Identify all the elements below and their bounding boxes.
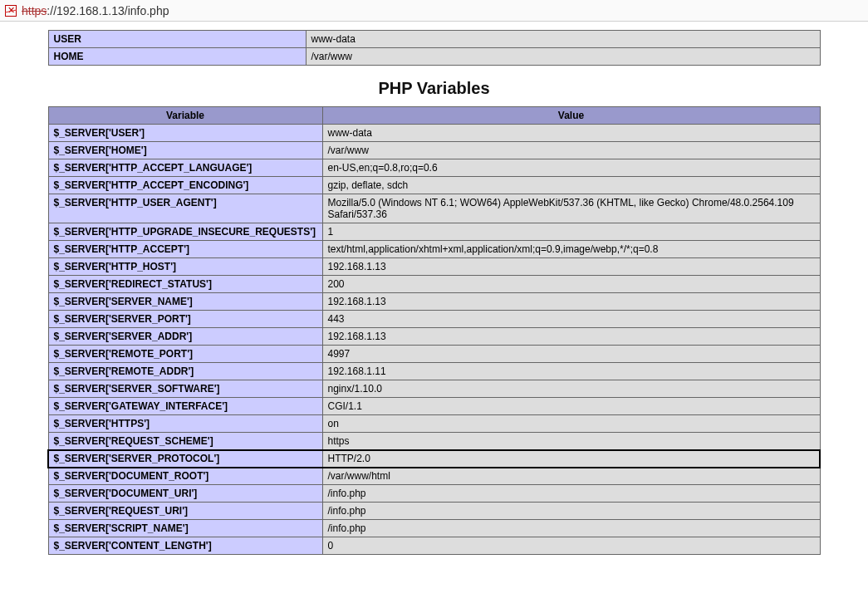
address-bar[interactable]: ✕ https://192.168.1.13/info.php [0, 0, 868, 22]
var-value: 200 [322, 276, 820, 293]
var-name: $_SERVER['SERVER_ADDR'] [48, 328, 322, 346]
var-name: $_SERVER['GATEWAY_INTERFACE'] [48, 398, 322, 415]
table-row: $_SERVER['REQUEST_SCHEME']https [48, 433, 820, 450]
var-value: nginx/1.10.0 [322, 380, 820, 398]
var-value: Mozilla/5.0 (Windows NT 6.1; WOW64) Appl… [322, 194, 820, 223]
var-value: gzip, deflate, sdch [322, 177, 820, 194]
var-name: $_SERVER['SERVER_SOFTWARE'] [48, 380, 322, 398]
table-row: $_SERVER['HOME']/var/www [48, 142, 820, 159]
table-row: $_SERVER['REMOTE_ADDR']192.168.1.11 [48, 363, 820, 380]
table-row: $_SERVER['HTTP_USER_AGENT']Mozilla/5.0 (… [48, 194, 820, 223]
var-name: $_SERVER['DOCUMENT_URI'] [48, 485, 322, 503]
table-row: $_SERVER['HTTP_ACCEPT_ENCODING']gzip, de… [48, 177, 820, 194]
var-value: 1 [322, 223, 820, 241]
url-text[interactable]: https://192.168.1.13/info.php [22, 4, 169, 17]
table-row: $_SERVER['SERVER_PROTOCOL']HTTP/2.0 [48, 450, 820, 468]
table-row: $_SERVER['REDIRECT_STATUS']200 [48, 276, 820, 293]
var-value: CGI/1.1 [322, 398, 820, 415]
var-value: 192.168.1.13 [322, 293, 820, 311]
var-name: $_SERVER['HTTP_ACCEPT_ENCODING'] [48, 177, 322, 194]
table-row: $_SERVER['SERVER_SOFTWARE']nginx/1.10.0 [48, 380, 820, 398]
table-row: $_SERVER['SERVER_PORT']443 [48, 311, 820, 328]
env-val: www-data [306, 31, 820, 48]
var-name: $_SERVER['SCRIPT_NAME'] [48, 520, 322, 537]
var-value: 192.168.1.11 [322, 363, 820, 380]
var-name: $_SERVER['SERVER_PROTOCOL'] [48, 450, 322, 468]
var-value: /info.php [322, 520, 820, 537]
var-value: /info.php [322, 485, 820, 503]
var-name: $_SERVER['HOME'] [48, 142, 322, 159]
var-value: HTTP/2.0 [322, 450, 820, 468]
header-value: Value [322, 107, 820, 125]
var-name: $_SERVER['DOCUMENT_ROOT'] [48, 468, 322, 485]
var-name: $_SERVER['REQUEST_URI'] [48, 503, 322, 520]
var-name: $_SERVER['USER'] [48, 125, 322, 142]
section-title: PHP Variables [48, 79, 821, 98]
url-rest: ://192.168.1.13/info.php [47, 4, 169, 17]
var-name: $_SERVER['CONTENT_LENGTH'] [48, 537, 322, 555]
env-key: HOME [48, 48, 306, 66]
table-row: $_SERVER['SERVER_NAME']192.168.1.13 [48, 293, 820, 311]
table-row: $_SERVER['USER']www-data [48, 125, 820, 142]
table-row: $_SERVER['HTTP_ACCEPT_LANGUAGE']en-US,en… [48, 159, 820, 177]
var-name: $_SERVER['SERVER_PORT'] [48, 311, 322, 328]
table-row: $_SERVER['DOCUMENT_ROOT']/var/www/html [48, 468, 820, 485]
var-value: on [322, 415, 820, 433]
table-row: HOME/var/www [48, 48, 820, 66]
var-name: $_SERVER['HTTP_ACCEPT'] [48, 241, 322, 258]
env-key: USER [48, 31, 306, 48]
var-name: $_SERVER['HTTP_HOST'] [48, 258, 322, 276]
var-value: 4997 [322, 346, 820, 363]
var-name: $_SERVER['REQUEST_SCHEME'] [48, 433, 322, 450]
table-row: $_SERVER['HTTP_UPGRADE_INSECURE_REQUESTS… [48, 223, 820, 241]
var-name: $_SERVER['REMOTE_PORT'] [48, 346, 322, 363]
var-value: https [322, 433, 820, 450]
var-value: 0 [322, 537, 820, 555]
var-value: en-US,en;q=0.8,ro;q=0.6 [322, 159, 820, 177]
url-scheme: https [22, 4, 47, 17]
table-row: $_SERVER['HTTPS']on [48, 415, 820, 433]
table-row: $_SERVER['HTTP_ACCEPT']text/html,applica… [48, 241, 820, 258]
environment-table: USERwww-dataHOME/var/www [48, 30, 821, 66]
table-row: $_SERVER['REQUEST_URI']/info.php [48, 503, 820, 520]
https-error-icon: ✕ [5, 5, 17, 17]
php-variables-table: Variable Value $_SERVER['USER']www-data$… [48, 106, 821, 555]
table-row: $_SERVER['CONTENT_LENGTH']0 [48, 537, 820, 555]
var-name: $_SERVER['HTTP_UPGRADE_INSECURE_REQUESTS… [48, 223, 322, 241]
var-name: $_SERVER['REMOTE_ADDR'] [48, 363, 322, 380]
table-row: USERwww-data [48, 31, 820, 48]
var-value: /var/www [322, 142, 820, 159]
var-name: $_SERVER['HTTPS'] [48, 415, 322, 433]
var-name: $_SERVER['HTTP_USER_AGENT'] [48, 194, 322, 223]
var-name: $_SERVER['HTTP_ACCEPT_LANGUAGE'] [48, 159, 322, 177]
table-row: $_SERVER['SERVER_ADDR']192.168.1.13 [48, 328, 820, 346]
var-name: $_SERVER['SERVER_NAME'] [48, 293, 322, 311]
table-row: $_SERVER['SCRIPT_NAME']/info.php [48, 520, 820, 537]
table-row: $_SERVER['DOCUMENT_URI']/info.php [48, 485, 820, 503]
var-value: /info.php [322, 503, 820, 520]
var-value: www-data [322, 125, 820, 142]
var-value: 443 [322, 311, 820, 328]
var-value: 192.168.1.13 [322, 328, 820, 346]
table-row: $_SERVER['GATEWAY_INTERFACE']CGI/1.1 [48, 398, 820, 415]
var-value: /var/www/html [322, 468, 820, 485]
var-value: text/html,application/xhtml+xml,applicat… [322, 241, 820, 258]
var-value: 192.168.1.13 [322, 258, 820, 276]
table-row: $_SERVER['REMOTE_PORT']4997 [48, 346, 820, 363]
table-row: $_SERVER['HTTP_HOST']192.168.1.13 [48, 258, 820, 276]
env-val: /var/www [306, 48, 820, 66]
header-variable: Variable [48, 107, 322, 125]
var-name: $_SERVER['REDIRECT_STATUS'] [48, 276, 322, 293]
